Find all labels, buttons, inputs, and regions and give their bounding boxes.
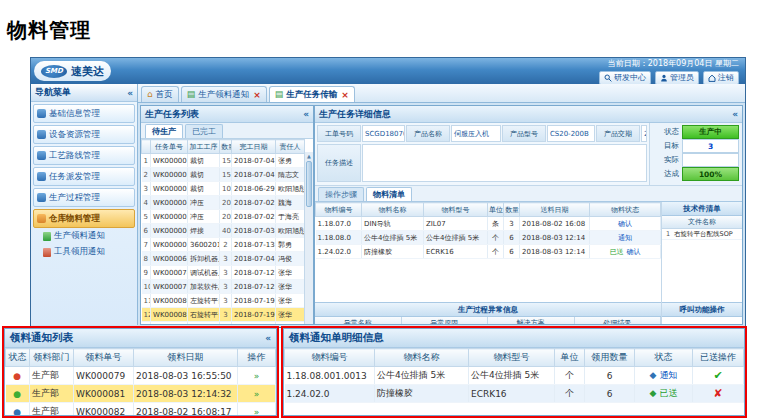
table-row[interactable]: 4WK000004冲压202018-07-02魏海	[142, 196, 305, 210]
cell-text[interactable]: 确认	[627, 248, 641, 256]
sidebar-item-warehouse-material[interactable]: 仓库物料管理	[33, 209, 135, 228]
tab-operation-steps[interactable]: 操作步骤	[318, 187, 364, 201]
check-icon[interactable]: ✔	[713, 369, 722, 382]
table-cell: 生产部	[30, 385, 74, 403]
column-header: 领料日期	[134, 349, 238, 367]
zoomed-detail-strip: 领料通知列表 « 状态领料部门领料单号领料日期操作 ●生产部WK00007920…	[2, 326, 747, 418]
table-cell: WK000068	[151, 252, 188, 266]
table-row[interactable]: 6WK000006焊接402018-07-03欧阳旭彤	[142, 224, 305, 238]
table-row[interactable]: 1.24.02.0防撞橡胶ECRK16个62018-08-03 12:14已送确…	[316, 245, 661, 259]
dispatch-icon[interactable]: »	[254, 389, 260, 399]
table-row[interactable]: 3WK000003裁切102018-06-29欧阳旭彤	[142, 182, 305, 196]
notify-icon: ◆	[650, 370, 657, 380]
table-row[interactable]: ●生产部WK0000822018-08-02 16:08:17»	[6, 403, 276, 417]
row-number: 1	[664, 230, 672, 238]
table-cell: 3	[220, 322, 232, 325]
scrollbar-thumb[interactable]	[306, 161, 312, 207]
dispatch-icon[interactable]: »	[254, 407, 260, 417]
table-cell: 13	[142, 322, 151, 325]
cross-icon[interactable]: ✘	[713, 387, 722, 400]
table-cell: 加装软件及显	[188, 280, 220, 294]
logout-label: 注销	[718, 72, 734, 83]
table-row[interactable]: 1WK000001裁切152018-07-04张勇	[142, 154, 305, 168]
table-row[interactable]: ●生产部WK0000792018-08-03 16:55:50»	[6, 367, 276, 385]
table-row[interactable]: ●生产部WK0000812018-08-03 12:14:32»	[6, 385, 276, 403]
workorder-field[interactable]: SCGD1807060	[362, 125, 405, 142]
column-header: 单位	[555, 349, 585, 367]
table-row[interactable]: 9WK000078调试机器人走32018-07-12张华	[142, 266, 305, 280]
document-icon: ▤	[187, 90, 196, 99]
vertical-scrollbar[interactable]: ▲	[304, 152, 313, 324]
tech-file-column: 文件名称	[662, 216, 742, 229]
cell-text[interactable]: 确认	[618, 220, 632, 228]
column-header: 物料型号	[469, 349, 555, 367]
table-cell: 防撞橡胶	[375, 385, 469, 403]
collapse-panel-icon[interactable]: «	[303, 109, 309, 119]
sidebar-item-task-dispatch[interactable]: 任务派发管理	[33, 167, 135, 186]
sidebar-subitem-material-notice[interactable]: 生产领料通知	[31, 228, 137, 244]
collapse-panel-icon[interactable]: «	[732, 109, 738, 119]
admin-user-button[interactable]: 管理员	[655, 71, 699, 85]
table-row[interactable]: 1.24.02.0防撞橡胶ECRK16个6◆已送✘	[285, 385, 744, 403]
product-name-field[interactable]: 伺服压入机	[451, 125, 501, 142]
tech-file-panel: 技术件清单 文件名称 1 右旋转平台配线SOP	[662, 202, 742, 302]
module-icon	[37, 193, 46, 202]
table-row[interactable]: 8WK000068拆卸机器人32018-07-04冯俊	[142, 252, 305, 266]
titlebar-right: 当前日期：2018年09月04日 星期二 研发中心 管理员 注销	[593, 57, 745, 87]
column-header: 领料部门	[30, 349, 74, 367]
column-header: 加工工序	[188, 140, 220, 154]
dispatch-icon[interactable]: »	[254, 371, 260, 381]
rd-center-button[interactable]: 研发中心	[599, 71, 651, 85]
table-row[interactable]: 1.18.07.0DIN导轨ZIL07条32018-08-02 16:08确认	[316, 217, 661, 231]
filter-pending-tab[interactable]: 待生产	[145, 124, 183, 138]
sidebar-item-production[interactable]: 生产过程管理	[33, 188, 135, 207]
table-cell: 2018-07-02	[232, 196, 276, 210]
column-header: 数量	[504, 203, 520, 217]
column-header: 物料编号	[316, 203, 362, 217]
cell-text[interactable]: 通知	[659, 370, 677, 380]
tab-task-transfer[interactable]: ▤ 生产任务传输 ×	[269, 86, 355, 102]
table-cell: WK000078	[151, 266, 188, 280]
tech-file-row[interactable]: 1 右旋转平台配线SOP	[662, 229, 742, 240]
table-cell: 2018-08-03 12:14	[520, 231, 590, 245]
table-row[interactable]: 12WK000081右旋转平台配32018-07-19张华	[142, 308, 305, 322]
table-row[interactable]: 13WK000082整机装配32018-07-12张伟	[142, 322, 305, 325]
collapse-panel-icon[interactable]: «	[265, 333, 271, 343]
close-tab-icon[interactable]: ×	[341, 90, 349, 100]
table-cell: 魏海	[276, 196, 305, 210]
table-cell: 确认	[590, 217, 661, 231]
table-cell: 右旋转平台配	[188, 308, 220, 322]
table-row[interactable]: 1.18.08.001.0013公牛4位排插 5米公牛4位排插 5米个6◆通知✔	[285, 367, 744, 385]
column-header: 领用数量	[585, 349, 635, 367]
filter-finished-tab[interactable]: 已完工	[185, 124, 223, 138]
sidebar-item-process-route[interactable]: 工艺路线管理	[33, 146, 135, 165]
tab-material-list[interactable]: 物料清单	[366, 187, 412, 201]
notice-detail-panel: 领料通知单明细信息 物料编号物料名称物料型号单位领用数量状态已送操作 1.18.…	[283, 328, 745, 416]
sidebar-item-label: 工艺路线管理	[49, 150, 100, 162]
table-row[interactable]: 5WK000005冲压202018-07-02于海亮	[142, 210, 305, 224]
collapse-sidebar-icon[interactable]: «	[127, 88, 133, 98]
table-row[interactable]: 11WK000080左旋转平台配32018-07-19张华	[142, 294, 305, 308]
logout-button[interactable]: 注销	[703, 71, 739, 85]
close-tab-icon[interactable]: ×	[253, 90, 261, 100]
sidebar-item-equipment[interactable]: 设备资源管理	[33, 125, 135, 144]
cell-text[interactable]: 通知	[618, 234, 632, 242]
product-model-field[interactable]: CS20-200B	[547, 125, 595, 142]
table-row[interactable]: 10WK000079加装软件及显32018-07-12张华	[142, 280, 305, 294]
tab-material-notice[interactable]: ▤ 生产领料通知 ×	[181, 86, 267, 102]
sidebar-item-base-info[interactable]: 基础信息管理	[33, 104, 135, 123]
table-row[interactable]: 1.18.08.0公牛4位排插 5米公牛4位排插 5米个62018-08-03 …	[316, 231, 661, 245]
scroll-up-icon[interactable]: ▲	[305, 152, 313, 160]
table-row[interactable]: 2WK000002裁切152018-07-04隋志文	[142, 168, 305, 182]
table-row[interactable]: 7WK000007360020122018-07-13郭勇	[142, 238, 305, 252]
table-cell: 10	[142, 280, 151, 294]
task-desc-input[interactable]	[362, 144, 647, 182]
table-cell: 个	[488, 231, 504, 245]
table-cell: 1.18.08.0	[316, 231, 362, 245]
search-icon	[604, 74, 612, 82]
due-date-field[interactable]: 2018-07-30	[641, 125, 647, 142]
notice-doc-icon	[43, 232, 51, 241]
table-cell: 通知	[590, 231, 661, 245]
sidebar-subitem-tool-notice[interactable]: 工具领用通知	[31, 244, 137, 260]
tab-home[interactable]: ⌂ 首页	[141, 86, 179, 102]
